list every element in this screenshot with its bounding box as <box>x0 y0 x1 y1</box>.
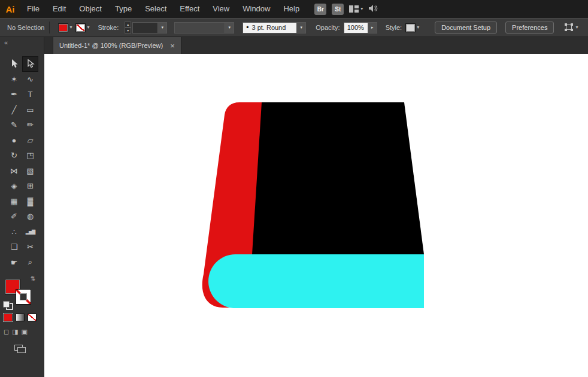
column-graph-icon: ▂▅▇ <box>26 229 35 235</box>
document-tab[interactable]: Untitled-1* @ 100% (RGB/Preview) × <box>53 37 181 54</box>
swap-fill-stroke-icon[interactable]: ⇅ <box>31 275 35 282</box>
stroke-swatch[interactable] <box>75 23 86 32</box>
hand-tool[interactable]: ☛ <box>6 255 22 270</box>
fill-swatch[interactable] <box>58 23 68 32</box>
brush-definition-select[interactable]: • 3 pt. Round ▾ <box>243 22 306 34</box>
stroke-indicator[interactable] <box>16 289 31 305</box>
stroke-color-picker[interactable]: ▾ <box>75 23 89 32</box>
free-transform-tool[interactable]: ▧ <box>22 163 38 179</box>
chevron-down-icon[interactable]: ▾ <box>87 25 89 30</box>
chevron-down-icon[interactable]: ▾ <box>575 25 578 30</box>
mesh-icon: ▦ <box>10 197 17 206</box>
opacity-label[interactable]: Opacity: <box>316 24 340 31</box>
screen-mode-button[interactable] <box>14 345 26 356</box>
menu-effect[interactable]: Effect <box>173 0 206 18</box>
pen-tool[interactable]: ✒ <box>6 87 22 102</box>
close-tab-icon[interactable]: × <box>170 42 175 50</box>
rectangle-tool[interactable]: ▭ <box>22 102 38 118</box>
type-tool[interactable]: T <box>22 87 38 102</box>
chevron-down-icon[interactable]: ▾ <box>417 25 419 30</box>
illustrator-window: Ai File Edit Object Type Select Effect V… <box>0 0 588 377</box>
menu-window[interactable]: Window <box>236 0 277 18</box>
style-label: Style: <box>386 24 402 31</box>
gradient-button[interactable] <box>16 314 25 321</box>
magic-wand-tool[interactable]: ✶ <box>6 72 22 87</box>
perspective-grid-tool[interactable]: ⊞ <box>22 178 38 194</box>
free-transform-icon: ▧ <box>26 166 34 175</box>
eyedropper-icon: ✐ <box>11 212 17 221</box>
color-button[interactable] <box>4 314 13 321</box>
chevron-down-icon[interactable]: ▾ <box>69 25 72 30</box>
share-icon-glyph <box>368 4 378 13</box>
blend-icon: ◍ <box>27 212 34 221</box>
mini-fill-square <box>3 301 10 308</box>
preferences-button[interactable]: Preferences <box>505 22 554 34</box>
mesh-tool[interactable]: ▦ <box>6 194 22 209</box>
fill-color-picker[interactable]: ▾ <box>58 23 72 32</box>
rotate-tool[interactable]: ↻ <box>6 148 22 163</box>
rotate-icon: ↻ <box>11 151 17 160</box>
stock-button[interactable]: St <box>332 4 344 15</box>
illustrator-logo[interactable]: Ai <box>0 0 20 18</box>
transform-options[interactable]: ▾ <box>565 23 578 32</box>
zoom-tool[interactable]: ⌕ <box>22 255 38 270</box>
share-icon[interactable] <box>368 4 378 14</box>
eyedropper-tool[interactable]: ✐ <box>6 209 22 224</box>
stroke-weight-stepper[interactable]: ▴ ▾ <box>125 22 131 34</box>
style-swatch[interactable] <box>405 23 416 32</box>
shape-builder-tool[interactable]: ◈ <box>6 178 22 194</box>
menu-help[interactable]: Help <box>277 0 306 18</box>
canvas[interactable] <box>44 54 588 377</box>
tools-grid: ✶ ∿ ✒ T ╱ ▭ ✎ ✏ ● ▱ ↻ ◳ ⋈ ▧ ◈ ⊞ ▦ ▓ ✐ ◍ … <box>6 56 38 270</box>
chevron-down-icon: ▾ <box>360 7 363 11</box>
opacity-value: 100% <box>344 24 368 31</box>
menu-select[interactable]: Select <box>138 0 173 18</box>
direct-selection-tool[interactable] <box>22 56 38 72</box>
draw-inside-icon[interactable]: ▣ <box>22 329 28 335</box>
style-picker[interactable]: ▾ <box>405 23 419 32</box>
column-graph-tool[interactable]: ▂▅▇ <box>22 224 38 240</box>
spin-down-icon[interactable]: ▾ <box>125 28 131 34</box>
bridge-button[interactable]: Br <box>314 4 326 15</box>
chevron-down-icon[interactable]: ▾ <box>296 23 305 33</box>
paintbrush-tool[interactable]: ✎ <box>6 117 22 133</box>
selection-tool[interactable] <box>6 56 22 72</box>
chevron-down-icon[interactable]: ▾ <box>157 23 166 33</box>
paintbrush-icon: ✎ <box>11 120 17 129</box>
lasso-tool[interactable]: ∿ <box>22 72 38 87</box>
scale-tool[interactable]: ◳ <box>22 148 38 163</box>
opacity-input[interactable]: 100% ▸ <box>344 22 377 34</box>
line-segment-tool[interactable]: ╱ <box>6 102 22 118</box>
symbol-sprayer-tool[interactable]: ∴ <box>6 224 22 240</box>
eraser-tool[interactable]: ▱ <box>22 133 38 148</box>
document-setup-button[interactable]: Document Setup <box>435 22 497 34</box>
book-cover-shape[interactable] <box>252 102 424 254</box>
menu-edit[interactable]: Edit <box>46 0 72 18</box>
menu-view[interactable]: View <box>206 0 236 18</box>
menu-type[interactable]: Type <box>108 0 138 18</box>
draw-normal-icon[interactable]: ◻ <box>4 329 9 335</box>
width-icon: ⋈ <box>10 166 18 175</box>
pencil-tool[interactable]: ✏ <box>22 117 38 133</box>
menu-file[interactable]: File <box>20 0 46 18</box>
blob-brush-icon: ● <box>12 136 17 145</box>
none-button[interactable] <box>28 314 37 321</box>
blend-tool[interactable]: ◍ <box>22 209 38 224</box>
stroke-weight-select[interactable]: ▾ <box>132 22 167 34</box>
spin-up-icon[interactable]: ▴ <box>125 22 131 28</box>
app-bar-right: Br St ▾ <box>314 4 378 15</box>
width-profile-select: ▾ <box>174 22 234 34</box>
gradient-tool[interactable]: ▓ <box>22 194 38 209</box>
slice-tool[interactable]: ✂ <box>22 239 38 255</box>
draw-behind-icon[interactable]: ◨ <box>12 329 18 335</box>
default-fill-stroke-icon[interactable] <box>3 301 13 310</box>
menu-object[interactable]: Object <box>72 0 108 18</box>
magic-wand-icon: ✶ <box>11 75 17 84</box>
arrange-documents-button[interactable]: ▾ <box>349 5 363 13</box>
collapse-panel-icon[interactable]: « <box>4 39 8 46</box>
blob-brush-tool[interactable]: ● <box>6 133 22 148</box>
width-tool[interactable]: ⋈ <box>6 163 22 179</box>
book-pages-shape[interactable] <box>208 254 424 308</box>
artboard-tool[interactable]: ❏ <box>6 239 22 255</box>
chevron-right-icon[interactable]: ▸ <box>368 23 377 33</box>
